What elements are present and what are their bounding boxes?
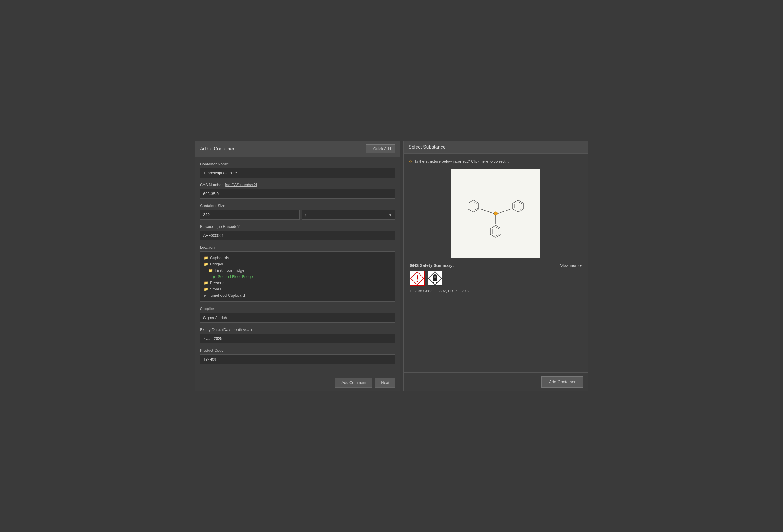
product-code-label: Product Code:: [200, 348, 395, 353]
barcode-label: Barcode: [no Barcode?]: [200, 224, 395, 229]
supplier-group: Supplier:: [200, 307, 395, 322]
expiry-date-input[interactable]: [200, 334, 395, 343]
container-name-label: Container Name:: [200, 162, 395, 166]
tree-label-personal: Personal: [210, 281, 225, 285]
tree-label-first-floor-fridge: First Floor Fridge: [215, 268, 244, 273]
tree-item-second-floor-fridge[interactable]: ▶ Second Floor Fridge: [204, 274, 392, 280]
tree-label-cupboards: Cupboards: [210, 256, 229, 260]
cas-number-label: CAS Number: [no CAS number?]: [200, 183, 395, 187]
svg-marker-13: [491, 225, 501, 238]
location-label: Location:: [200, 245, 395, 250]
ghs-section: GHS Safety Summary: View more ▾: [408, 263, 583, 293]
barcode-group: Barcode: [no Barcode?]: [200, 224, 395, 240]
svg-point-24: [435, 276, 437, 278]
ghs-title: GHS Safety Summary:: [410, 263, 454, 268]
hazard-code-h302[interactable]: H302: [437, 289, 446, 293]
folder-icon: 📁: [204, 287, 208, 291]
tree-label-fridges: Fridges: [210, 262, 223, 266]
add-comment-button[interactable]: Add Comment: [335, 378, 372, 387]
no-barcode-link[interactable]: [no Barcode?]: [217, 224, 241, 229]
tree-item-stores[interactable]: 📁 Stores: [204, 286, 392, 292]
barcode-input[interactable]: [200, 230, 395, 240]
chevron-right-icon: ▶: [204, 293, 207, 298]
expiry-date-group: Expiry Date: (Day month year): [200, 327, 395, 343]
add-container-button[interactable]: Add Container: [541, 376, 583, 387]
left-panel-header: Add a Container + Quick Add: [195, 141, 400, 157]
size-number-input[interactable]: [200, 210, 300, 220]
container-size-group: Container Size: g mg kg mL L µL ▼: [200, 204, 395, 220]
ghs-header: GHS Safety Summary: View more ▾: [410, 263, 582, 268]
svg-line-7: [498, 209, 511, 214]
supplier-input[interactable]: [200, 313, 395, 322]
container-name-input[interactable]: [200, 168, 395, 178]
folder-icon: 📁: [204, 256, 208, 260]
left-panel-title: Add a Container: [200, 146, 234, 152]
quick-add-button[interactable]: + Quick Add: [366, 145, 395, 153]
folder-icon: 📁: [204, 262, 208, 266]
no-cas-link[interactable]: [no CAS number?]: [225, 183, 257, 187]
left-panel-footer: Add Comment Next: [195, 374, 400, 391]
size-unit-wrapper: g mg kg mL L µL ▼: [302, 210, 395, 220]
product-code-group: Product Code:: [200, 348, 395, 364]
svg-point-20: [416, 281, 418, 282]
cas-number-group: CAS Number: [no CAS number?]: [200, 183, 395, 199]
location-group: Location: 📁 Cupboards 📁 Fridges 📁 First …: [200, 245, 395, 302]
structure-box: P: [451, 169, 540, 258]
correct-structure-link[interactable]: Is the structure below incorrect? Click …: [415, 159, 509, 163]
container-size-label: Container Size:: [200, 204, 395, 208]
tree-label-fumehood-cupboard: Fumehood Cupboard: [208, 293, 245, 298]
chevron-down-icon: ▾: [580, 263, 582, 268]
folder-icon: 📁: [209, 269, 213, 273]
tree-item-personal[interactable]: 📁 Personal: [204, 280, 392, 286]
warning-icon: ⚠: [408, 158, 413, 164]
folder-icon: 📁: [204, 281, 208, 285]
right-panel-footer: Add Container: [404, 372, 588, 391]
svg-text:P: P: [495, 212, 497, 216]
size-unit-select[interactable]: g mg kg mL L µL: [302, 210, 395, 220]
hazard-codes-label: Hazard Codes:: [410, 289, 436, 293]
hazard-code-h317[interactable]: H317: [448, 289, 457, 293]
tree-item-fumehood-cupboard[interactable]: ▶ Fumehood Cupboard: [204, 292, 392, 299]
cas-number-input[interactable]: [200, 189, 395, 199]
right-panel-title: Select Substance: [408, 145, 446, 150]
svg-line-2: [481, 209, 494, 214]
hazard-code-h373[interactable]: H373: [460, 289, 469, 293]
chevron-right-icon: ▶: [213, 275, 216, 279]
svg-marker-3: [468, 200, 479, 212]
location-tree: 📁 Cupboards 📁 Fridges 📁 First Floor Frid…: [200, 251, 395, 302]
product-code-input[interactable]: [200, 354, 395, 364]
left-panel-body: Container Name: CAS Number: [no CAS numb…: [195, 157, 400, 374]
molecular-structure-svg: P: [457, 175, 534, 252]
expiry-date-label: Expiry Date: (Day month year): [200, 327, 395, 332]
svg-marker-8: [513, 200, 524, 212]
hazard-codes: Hazard Codes: H302, H317, H373: [410, 289, 582, 293]
tree-label-stores: Stores: [210, 287, 221, 291]
tree-item-cupboards[interactable]: 📁 Cupboards: [204, 255, 392, 261]
next-button[interactable]: Next: [375, 378, 395, 387]
ghs-health-hazard-icon: [428, 271, 442, 286]
main-wrapper: Add a Container + Quick Add Container Na…: [195, 140, 588, 392]
container-name-group: Container Name:: [200, 162, 395, 178]
tree-item-first-floor-fridge[interactable]: 📁 First Floor Fridge: [204, 267, 392, 274]
size-row: g mg kg mL L µL ▼: [200, 210, 395, 220]
left-panel: Add a Container + Quick Add Container Na…: [195, 140, 401, 392]
ghs-icons: [410, 271, 582, 286]
right-panel: Select Substance ⚠ Is the structure belo…: [403, 140, 588, 392]
svg-rect-19: [416, 275, 418, 280]
view-more-button[interactable]: View more ▾: [560, 263, 582, 268]
right-panel-body: ⚠ Is the structure below incorrect? Clic…: [404, 154, 588, 372]
tree-label-second-floor-fridge: Second Floor Fridge: [218, 274, 253, 279]
supplier-label: Supplier:: [200, 307, 395, 311]
tree-item-fridges[interactable]: 📁 Fridges: [204, 261, 392, 267]
warning-bar: ⚠ Is the structure below incorrect? Clic…: [408, 158, 583, 164]
right-panel-header: Select Substance: [404, 141, 588, 154]
svg-point-23: [434, 276, 435, 278]
ghs-exclamation-icon: [410, 271, 425, 286]
